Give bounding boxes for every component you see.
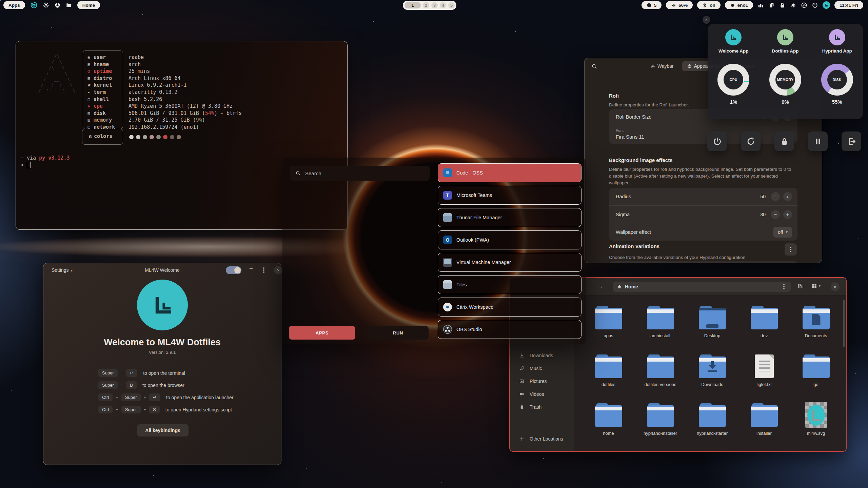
file-item[interactable] [738, 451, 790, 452]
home-button[interactable]: Home [77, 1, 100, 9]
shell-prompt[interactable]: ~ via py v3.12.3 > [21, 155, 70, 169]
file-item[interactable]: hyprland-installer [634, 402, 686, 451]
logout-button[interactable] [842, 131, 861, 151]
sidebar-item[interactable]: Pictures [510, 375, 572, 388]
launcher-app-entry[interactable]: OBS Studio [438, 320, 581, 339]
file-item[interactable] [583, 451, 634, 452]
ai-assistant-icon[interactable] [30, 1, 38, 9]
suspend-button[interactable] [808, 131, 828, 151]
autostart-toggle[interactable] [226, 266, 241, 274]
file-item[interactable]: figlet.txt [738, 353, 790, 402]
close-button[interactable]: × [274, 266, 282, 274]
reboot-button[interactable] [741, 131, 761, 151]
file-item[interactable]: archinstall [634, 304, 686, 353]
panel-app-shortcut[interactable]: Dotfiles App [760, 24, 811, 64]
file-item[interactable]: hyprland-starter [686, 402, 738, 451]
sidebar-item[interactable]: Music [510, 362, 572, 375]
apps-menu-button[interactable]: Apps [3, 1, 25, 9]
keybinding-desc: to open the browser [142, 383, 184, 388]
folder-search-button[interactable] [797, 283, 804, 290]
launcher-app-entry[interactable]: Microsoft Teams [438, 186, 581, 205]
system-stats-icon[interactable] [757, 2, 764, 8]
shutdown-button[interactable] [707, 131, 727, 151]
file-item[interactable]: ml4w.svg [790, 402, 842, 451]
chrome-browser-icon[interactable] [54, 2, 61, 8]
launcher-app-entry[interactable]: Virtual Machine Manager [438, 253, 581, 272]
rofi-launcher[interactable]: Search Code - OSS Microsoft Teams Thunar… [282, 158, 586, 344]
sidebar-item[interactable]: Trash [510, 401, 572, 413]
obs-icon[interactable] [801, 2, 807, 8]
file-item[interactable] [790, 451, 842, 452]
forward-button[interactable]: → [597, 283, 603, 290]
power-icon[interactable] [812, 2, 818, 8]
minus-button[interactable] [771, 192, 780, 201]
network-indicator[interactable]: eno1 [725, 1, 753, 9]
search-input[interactable]: Search [290, 166, 430, 181]
menu-kebab-icon[interactable] [263, 269, 264, 271]
rofi-mode-tab[interactable]: APPS [289, 326, 355, 340]
effects-title: Background image effects [609, 157, 673, 163]
plus-button[interactable] [783, 192, 792, 201]
file-item[interactable]: apps [583, 304, 634, 353]
file-item[interactable]: Documents [790, 304, 842, 353]
scrollbar[interactable] [843, 300, 845, 347]
anim-menu-button[interactable] [785, 243, 797, 256]
file-item[interactable]: home [583, 402, 634, 451]
file-item[interactable]: dotfiles [583, 353, 634, 402]
file-item[interactable]: dotfiles-versions [634, 353, 686, 402]
launcher-app-entry[interactable]: Thunar File Manager [438, 208, 581, 227]
workspace-switcher[interactable]: 1 2 3 4 5 [403, 1, 456, 10]
file-item[interactable]: Desktop [686, 304, 738, 353]
resource-gauge: MEMORY 9% [760, 64, 811, 119]
updates-indicator[interactable]: 5 [642, 1, 662, 9]
launcher-app-entry[interactable]: Files [438, 275, 581, 294]
minimize-button[interactable]: – [250, 265, 253, 271]
file-item[interactable]: go [790, 353, 842, 402]
launcher-app-entry[interactable]: Citrix Workspace [438, 298, 581, 317]
all-keybindings-button[interactable]: All keybindings [137, 424, 189, 436]
gauge-percent: 9% [782, 99, 789, 105]
settings-tab[interactable]: Waybar [646, 61, 679, 71]
location-menu-icon[interactable] [783, 286, 785, 287]
file-item[interactable]: dev [738, 304, 790, 353]
minus-button[interactable] [771, 210, 780, 219]
file-item[interactable]: installer [738, 402, 790, 451]
ml4w-welcome-window[interactable]: Settings ML4W Welcome – × Welcome to ML4… [43, 263, 281, 465]
sidebar-item[interactable]: Videos [510, 388, 572, 401]
volume-indicator[interactable]: 66% [666, 1, 693, 9]
view-toggle-button[interactable] [811, 283, 821, 289]
address-bar[interactable]: Home [613, 282, 791, 292]
wallpaper-effect-dropdown[interactable]: off [773, 227, 792, 238]
workspace-button[interactable]: 3 [431, 2, 438, 8]
workspace-button[interactable]: 5 [448, 2, 455, 8]
clipboard-icon[interactable] [768, 2, 775, 8]
settings-menu-button[interactable]: Settings [52, 267, 73, 273]
search-icon[interactable] [591, 63, 597, 69]
workspace-button[interactable]: 4 [440, 2, 446, 8]
clock[interactable]: 11:41 Fri [834, 1, 863, 9]
panel-app-shortcut[interactable]: Welcome App [708, 24, 760, 64]
workspace-button[interactable]: 2 [423, 2, 429, 8]
close-button[interactable]: × [831, 282, 840, 291]
workspace-button[interactable]: 1 [405, 2, 421, 8]
close-button[interactable]: × [703, 16, 710, 24]
info-icon: ▥ [86, 117, 92, 124]
settings-burst-icon[interactable] [790, 2, 796, 8]
sidebar-item[interactable]: Downloads [510, 349, 572, 362]
launcher-app-entry[interactable]: Outlook (PWA) [438, 230, 581, 249]
file-manager-icon[interactable] [66, 2, 72, 8]
rofi-mode-tab[interactable]: RUN [368, 326, 429, 340]
file-item[interactable] [634, 451, 686, 452]
lock-icon[interactable] [779, 2, 786, 8]
info-label: uptime [94, 68, 112, 75]
lock-screen-button[interactable] [774, 131, 794, 151]
file-item[interactable] [686, 451, 738, 452]
bluetooth-indicator[interactable]: on [697, 1, 721, 9]
sidebar-item-other-locations[interactable]: Other Locations [510, 432, 572, 445]
ml4w-logo-button[interactable] [823, 1, 830, 9]
file-item[interactable]: Downloads [686, 353, 738, 402]
plus-button[interactable] [783, 210, 792, 219]
settings-gear-icon[interactable] [43, 2, 49, 8]
panel-app-shortcut[interactable]: Hyprland App [811, 24, 863, 64]
launcher-app-entry[interactable]: Code - OSS [438, 163, 581, 182]
